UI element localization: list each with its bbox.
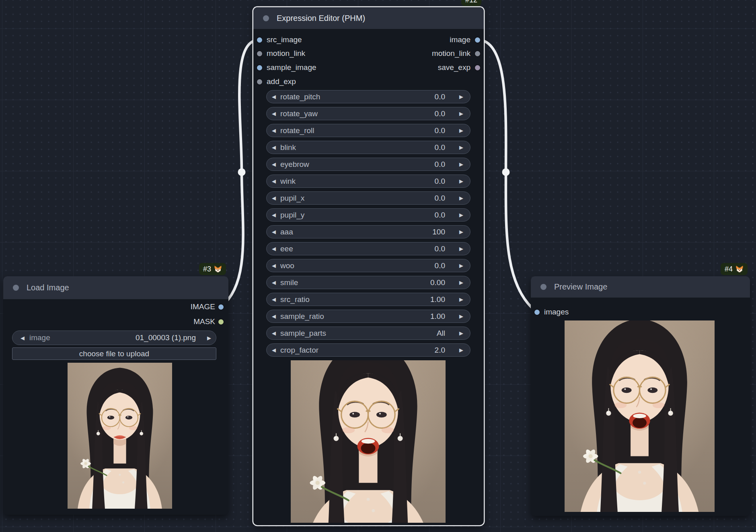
slider-label: blink [280,141,296,154]
increment-arrow-icon[interactable] [459,226,463,238]
node-id-text: #3 [203,265,211,273]
slider-rotate_yaw[interactable]: rotate_yaw 0.0 [266,107,470,120]
slider-value: All [437,327,445,339]
input-port-motion_link: motion_link [253,48,358,59]
slider-sample_ratio[interactable]: sample_ratio 1.00 [266,310,470,323]
increment-arrow-icon[interactable] [459,327,463,339]
slider-aaa[interactable]: aaa 100 [266,225,470,238]
input-port-src_image: src_image [253,35,358,45]
port-dot-icon[interactable] [475,51,480,56]
port-dot-icon[interactable] [257,37,262,43]
node-title-dot-icon [13,285,19,291]
node-title-dot-icon [540,284,546,290]
increment-arrow-icon[interactable] [459,310,463,322]
decrement-arrow-icon[interactable] [272,344,276,356]
slider-woo[interactable]: woo 0.0 [266,259,470,272]
node-header[interactable]: Expression Editor (PHM) [253,7,484,29]
increment-arrow-icon[interactable] [459,90,463,103]
expression-result-preview [291,360,446,523]
decrement-arrow-icon[interactable] [272,107,276,120]
slider-eyebrow[interactable]: eyebrow 0.0 [266,158,470,171]
decrement-arrow-icon[interactable] [272,259,276,272]
node-header[interactable]: Load Image [3,276,228,299]
increment-arrow-icon[interactable] [459,158,463,170]
increment-arrow-icon[interactable] [459,124,463,137]
slider-eee[interactable]: eee 0.0 [266,242,470,255]
port-dot-icon[interactable] [257,79,262,84]
port-dot-icon[interactable] [257,51,262,56]
increment-arrow-icon[interactable] [459,141,463,154]
slider-value: 0.0 [435,259,445,272]
decrement-arrow-icon[interactable] [272,226,276,238]
increment-arrow-icon[interactable] [459,242,463,255]
decrement-arrow-icon[interactable] [272,90,276,103]
decrement-arrow-icon[interactable] [272,293,276,306]
increment-arrow-icon[interactable] [459,344,463,356]
slider-crop_factor[interactable]: crop_factor 2.0 [266,343,470,357]
image-combo-widget[interactable]: image 01_00003 (1).png [12,331,216,345]
port-label: sample_image [267,63,316,72]
increment-arrow-icon[interactable] [459,209,463,221]
decrement-arrow-icon[interactable] [21,331,25,345]
node-graph-canvas[interactable]: #3 Load Image IMAGE MASK image 01_00003 … [0,0,756,532]
slider-label: crop_factor [280,344,318,356]
preview-result-image [565,320,715,512]
slider-wink[interactable]: wink 0.0 [266,175,470,188]
port-dot-icon[interactable] [218,319,224,325]
increment-arrow-icon[interactable] [459,259,463,272]
slider-pupil_x[interactable]: pupil_x 0.0 [266,191,470,205]
decrement-arrow-icon[interactable] [272,192,276,204]
decrement-arrow-icon[interactable] [272,175,276,187]
port-dot-icon[interactable] [475,65,480,70]
node-load-image[interactable]: #3 Load Image IMAGE MASK image 01_00003 … [3,276,228,515]
node-title-dot-icon [263,15,269,21]
slider-value: 0.0 [435,175,445,187]
port-label: motion_link [432,49,470,58]
slider-blink[interactable]: blink 0.0 [266,141,470,154]
slider-sample_parts[interactable]: sample_parts All [266,327,470,340]
link-midpoint-dot-icon[interactable] [238,168,246,176]
node-expression-editor[interactable]: #12 Expression Editor (PHM) src_image mo… [253,7,484,525]
slider-rotate_roll[interactable]: rotate_roll 0.0 [266,124,470,137]
mouth-open [357,438,379,454]
increment-arrow-icon[interactable] [459,107,463,120]
decrement-arrow-icon[interactable] [272,276,276,289]
output-port-motion_link: motion_link [379,48,484,59]
slider-label: wink [280,175,296,187]
port-label: image [450,35,470,44]
port-label: save_exp [438,63,470,72]
decrement-arrow-icon[interactable] [272,327,276,339]
increment-arrow-icon[interactable] [207,331,211,345]
node-id-text: #12 [465,0,477,4]
port-dot-icon[interactable] [218,304,224,310]
increment-arrow-icon[interactable] [459,293,463,306]
slider-rotate_pitch[interactable]: rotate_pitch 0.0 [266,90,470,103]
slider-label: woo [280,259,294,272]
increment-arrow-icon[interactable] [459,276,463,289]
decrement-arrow-icon[interactable] [272,141,276,154]
decrement-arrow-icon[interactable] [272,209,276,221]
link-wire[interactable] [478,40,537,312]
increment-arrow-icon[interactable] [459,192,463,204]
decrement-arrow-icon[interactable] [272,158,276,170]
port-dot-icon[interactable] [257,65,262,70]
node-preview-image[interactable]: #4 Preview Image images [531,276,750,516]
slider-smile[interactable]: smile 0.00 [266,276,470,289]
decrement-arrow-icon[interactable] [272,310,276,322]
slider-src_ratio[interactable]: src_ratio 1.00 [266,293,470,306]
slider-value: 0.0 [435,242,445,255]
decrement-arrow-icon[interactable] [272,124,276,137]
node-id-badge: #3 [199,263,226,275]
port-dot-icon[interactable] [475,37,480,43]
slider-label: src_ratio [280,293,310,306]
mouth-open [629,413,650,429]
node-header[interactable]: Preview Image [531,276,750,298]
port-dot-icon[interactable] [534,310,540,315]
link-midpoint-dot-icon[interactable] [502,168,510,176]
slider-value: 0.0 [435,141,445,154]
slider-label: rotate_pitch [280,90,320,103]
choose-file-button[interactable]: choose file to upload [12,347,216,360]
increment-arrow-icon[interactable] [459,175,463,187]
slider-pupil_y[interactable]: pupil_y 0.0 [266,208,470,222]
decrement-arrow-icon[interactable] [272,242,276,255]
